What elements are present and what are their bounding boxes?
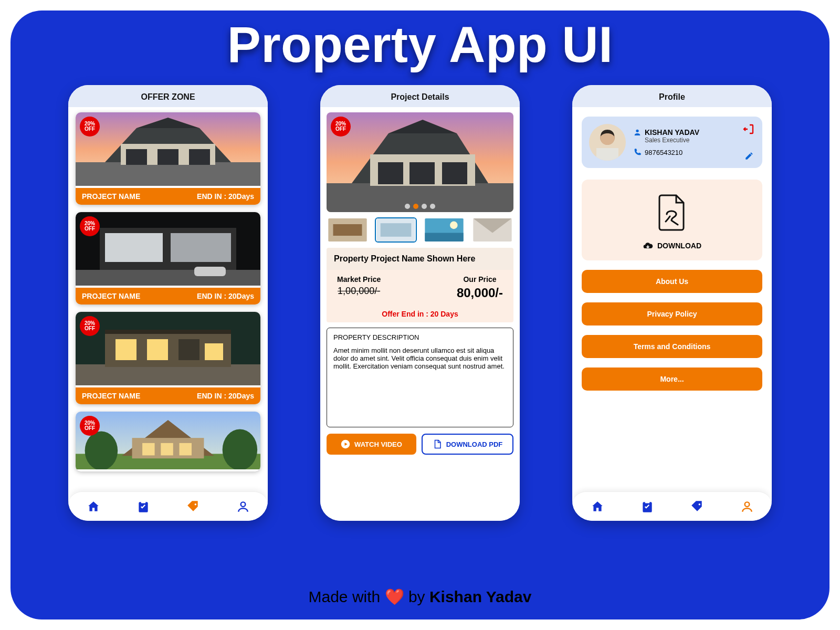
pdf-icon [433,439,442,449]
end-in: END IN : 20Days [197,292,254,300]
bottom-nav [572,491,772,521]
discount-badge: 20%OFF [80,117,100,136]
profile-name: KISHAN YADAV [645,128,699,136]
svg-rect-29 [180,443,192,455]
svg-rect-44 [442,162,467,184]
svg-rect-7 [158,149,178,165]
tag-icon[interactable] [186,500,200,513]
svg-point-31 [223,429,257,469]
description-title: PROPERTY DESCRIPTION [333,333,507,341]
svg-rect-27 [142,443,154,455]
carousel-dots[interactable] [405,204,435,209]
thumbnail-row [327,217,513,243]
svg-point-51 [450,222,458,229]
svg-rect-21 [178,339,200,360]
tag-icon[interactable] [690,500,704,513]
project-name-heading: Property Project Name Shown Here [327,248,513,270]
svg-point-34 [194,503,196,505]
svg-point-62 [698,503,700,505]
offer-card[interactable]: 20%OFF [76,412,260,471]
credit-line: Made with ❤️ by Kishan Yadav [10,587,830,606]
svg-point-59 [636,130,638,132]
cloud-download-icon [643,240,653,251]
description-box: PROPERTY DESCRIPTION Amet minim mollit n… [327,328,513,427]
heart-icon: ❤️ [385,588,404,605]
svg-rect-46 [333,224,362,236]
property-image [76,212,260,286]
project-name: PROJECT NAME [82,392,140,400]
thumbnail[interactable] [375,217,417,243]
more-button[interactable]: More... [582,368,762,391]
thumbnail[interactable] [423,217,465,243]
logout-icon[interactable] [742,123,755,135]
terms-button[interactable]: Terms and Conditions [582,335,762,358]
offer-end: Offer End in : 20 Days [327,306,513,322]
svg-rect-33 [141,501,145,503]
end-in: END IN : 20Days [197,392,254,400]
project-name: PROJECT NAME [82,192,140,201]
avatar [589,124,626,161]
privacy-button[interactable]: Privacy Policy [582,302,762,326]
offer-card[interactable]: 20%OFF PROJECT NAME END IN : 20Days [76,112,260,205]
thumbnail[interactable] [471,217,513,243]
home-icon[interactable] [87,500,100,513]
svg-rect-48 [381,223,412,237]
property-image [76,112,260,186]
svg-rect-19 [116,339,136,360]
end-in: END IN : 20Days [197,192,254,201]
checklist-icon[interactable] [640,500,654,513]
screen-header: Project Details [320,85,520,107]
svg-rect-14 [194,267,226,276]
offer-zone-screen: OFFER ZONE 20%OFF [68,85,268,521]
home-icon[interactable] [591,500,604,513]
svg-rect-2 [76,162,260,186]
svg-rect-61 [645,501,649,503]
svg-rect-8 [189,149,210,165]
svg-rect-12 [171,233,231,262]
svg-rect-22 [205,343,223,360]
discount-badge: 20%OFF [80,316,100,336]
profile-icon[interactable] [740,500,754,513]
offer-card[interactable]: 20%OFF PROJECT NAME END IN : 20Days [76,212,260,304]
svg-rect-13 [76,270,260,286]
description-body: Amet minim mollit non deserunt ullamco e… [333,346,507,370]
hero-image[interactable]: 20%OFF [327,112,513,212]
discount-badge: 20%OFF [80,216,100,236]
play-icon [341,439,350,449]
checklist-icon[interactable] [136,500,150,513]
svg-rect-6 [126,149,147,165]
page-title: Property App UI [10,16,830,74]
offer-card[interactable]: 20%OFF PROJECT NAME END IN : 20Days [76,312,260,404]
svg-point-35 [240,502,245,507]
person-icon [633,128,642,136]
profile-screen: Profile KISHAN YADAV Sales Executive [572,85,772,521]
svg-point-63 [744,502,749,507]
watch-video-button[interactable]: WATCH VIDEO [327,434,416,455]
market-price-value: 1,00,000/- [338,286,380,297]
svg-rect-42 [378,162,403,184]
svg-rect-50 [425,233,463,242]
svg-rect-11 [105,233,163,262]
discount-badge: 20%OFF [80,416,100,436]
project-name: PROJECT NAME [82,292,140,300]
about-us-button[interactable]: About Us [582,270,762,293]
download-button[interactable]: DOWNLOAD [582,240,762,251]
screen-header: OFFER ZONE [68,85,268,107]
pdf-card: DOWNLOAD [582,180,762,260]
profile-icon[interactable] [236,500,250,513]
svg-rect-58 [596,148,618,161]
our-price-label: Our Price [463,275,496,284]
discount-badge: 20%OFF [331,117,351,136]
edit-icon[interactable] [744,151,754,161]
thumbnail[interactable] [327,217,369,243]
profile-card: KISHAN YADAV Sales Executive 9876543210 [582,117,762,168]
project-details-screen: Project Details 20%OFF [320,85,520,521]
pdf-file-icon [656,193,688,231]
svg-rect-20 [147,339,168,360]
bottom-nav [68,491,268,521]
download-pdf-button[interactable]: DOWNLOAD PDF [422,434,513,455]
svg-rect-18 [105,330,231,334]
price-row: Market Price 1,00,000/- Our Price 80,000… [327,270,513,306]
screen-header: Profile [572,85,772,107]
our-price-value: 80,000/- [457,286,503,300]
